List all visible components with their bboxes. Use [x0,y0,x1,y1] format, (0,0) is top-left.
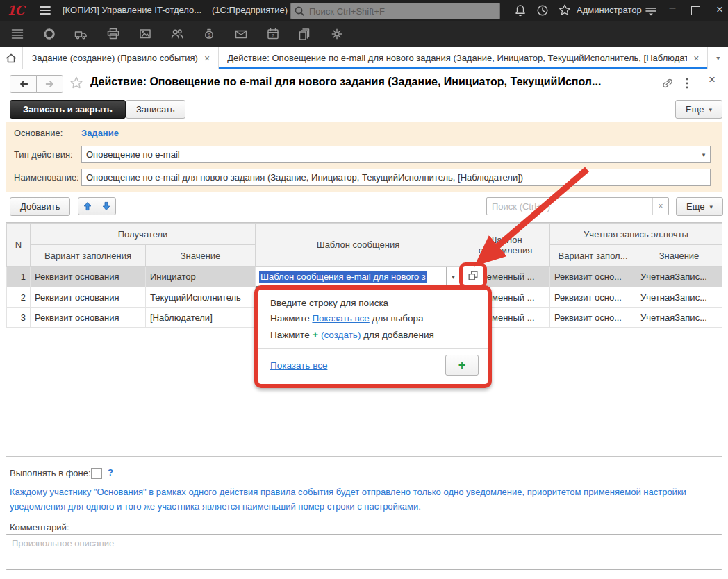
tab-label: Действие: Оповещение по e-mail для новог… [227,53,687,63]
tab-bar: Задание (создание) (Правило события) × Д… [0,47,728,69]
plus-icon: + [458,358,466,373]
tab-task-create[interactable]: Задание (создание) (Правило события) × [23,47,219,69]
global-search-field[interactable] [290,3,500,19]
run-in-background-checkbox[interactable] [91,468,102,479]
comment-textarea[interactable] [6,534,722,570]
col-recipients: Получатели [31,224,256,245]
add-row-button[interactable]: Добавить [10,197,70,216]
col-design-template: Шаблон оформления [461,224,550,267]
col-fill-variant: Вариант заполнения [31,245,146,267]
app-close-button[interactable]: × [711,3,728,17]
settings-gear-icon[interactable] [329,26,345,42]
maximize-button[interactable] [691,6,700,15]
calendar-icon[interactable]: 7 [265,26,281,42]
history-icon[interactable] [535,3,550,18]
service-menu-icon[interactable] [643,3,659,18]
app-subtitle: (1С:Предприятие) [212,5,288,15]
chevron-down-icon[interactable]: ▾ [697,146,710,162]
tab-close-icon[interactable]: × [693,53,699,64]
action-type-label: Тип действия: [14,149,73,160]
money-bag-icon[interactable]: $ [201,26,217,42]
col-message-template: Шаблон сообщения [256,224,461,267]
printer-icon[interactable] [106,26,121,42]
forward-button[interactable] [36,75,63,93]
tab-action-notification[interactable]: Действие: Оповещение по e-mail для новог… [219,47,708,69]
current-user[interactable]: Администратор [577,5,642,15]
help-link[interactable]: ? [108,467,113,478]
chevron-down-icon: ▾ [709,203,713,210]
popup-divider [258,348,488,349]
1c-logo: 1С [7,3,24,17]
get-link-icon[interactable] [660,75,675,92]
more-button-top[interactable]: Еще▾ [675,100,722,119]
form-close-button[interactable]: × [704,73,720,87]
open-button-highlight [459,262,487,288]
tab-list-dropdown[interactable]: ▾ [708,47,728,69]
mail-icon[interactable] [233,26,249,42]
run-in-background-label: Выполнять в фоне: [10,468,91,478]
save-and-close-button[interactable]: Записать и закрыть [10,100,126,119]
header-form-panel: Основание: Задание Тип действия: Оповеще… [6,122,722,192]
open-in-window-icon [467,269,479,282]
tab-label: Задание (создание) (Правило события) [31,53,197,63]
svg-text:7: 7 [272,33,274,38]
create-inline-link[interactable]: (создать) [321,330,361,340]
editor-dropdown-button[interactable]: ▾ [446,267,460,286]
open-template-button[interactable] [464,267,482,284]
notifications-bell-icon[interactable] [513,3,528,18]
col-acc-fill-variant: Вариант запол... [550,245,636,267]
titlebar: 1С [КОПИЯ] Управление IT-отдело... (1С:П… [0,0,728,21]
header-row-1: N Получатели Шаблон сообщения Шаблон офо… [7,224,722,245]
grid-search-field[interactable]: × [486,197,669,215]
app-window: 1С [КОПИЯ] Управление IT-отдело... (1С:П… [0,0,728,579]
col-acc-value: Значение [636,245,722,267]
main-menu-icon[interactable] [38,3,53,17]
arrow-down-icon [101,201,112,212]
base-label: Основание: [14,128,63,138]
notification-hint-text: Каждому участнику "Основания" в рамках о… [10,485,696,514]
more-button-grid[interactable]: Еще▾ [676,197,723,216]
choice-hint-popup: Введите строку для поиска Нажмите Показа… [254,285,492,388]
save-button[interactable]: Записать [126,100,185,119]
col-value: Значение [146,245,256,267]
more-actions-kebab-icon[interactable] [684,75,690,92]
base-link[interactable]: Задание [81,128,119,138]
action-type-combobox[interactable]: Оповещение по e-mail ▾ [81,146,711,163]
comment-label: Комментарий: [10,522,69,532]
col-email-account: Учетная запись эл.почты [550,224,722,245]
chevron-down-icon: ▾ [709,106,712,113]
create-new-button[interactable]: + [445,355,479,376]
add-favorite-star-icon[interactable] [68,75,85,92]
users-icon[interactable] [169,26,185,42]
back-arrow-icon [17,78,30,90]
table-row[interactable]: 1 Реквизит основания Инициатор Шаблон со… [7,267,722,287]
show-all-link[interactable]: Показать все [270,360,327,371]
col-n: N [7,224,31,267]
selected-text: Шаблон сообщения e-mail для нового з [259,271,427,283]
name-label: Наименование: [14,172,79,183]
tab-close-icon[interactable]: × [204,53,210,64]
name-input[interactable]: Оповещение по e-mail для нового задания … [81,169,711,186]
plus-icon: + [312,328,318,340]
favorites-star-icon[interactable] [557,3,572,18]
show-all-inline-link[interactable]: Показать все [312,313,369,324]
media-icon[interactable] [138,26,153,42]
forward-arrow-icon [44,78,56,90]
app-title: [КОПИЯ] Управление IT-отдело... [63,5,201,15]
move-row-buttons [78,197,116,215]
move-up-button[interactable] [78,197,97,215]
functions-menu-icon[interactable] [10,26,25,42]
home-icon [4,51,18,65]
grid-search-input[interactable] [487,201,652,212]
tab-home[interactable] [0,47,23,69]
global-search-input[interactable] [308,6,499,17]
page-title: Действие: Оповещение по e-mail для новог… [90,76,601,88]
dashboard-icon[interactable] [42,26,57,42]
documents-icon[interactable] [297,26,313,42]
back-button[interactable] [10,75,37,93]
clear-search-icon[interactable]: × [652,198,668,215]
delivery-truck-icon[interactable] [74,26,89,42]
minimize-button[interactable]: – [664,1,681,14]
template-cell-editor[interactable]: Шаблон сообщения e-mail для нового з ▾ [256,267,461,287]
move-down-button[interactable] [97,197,116,215]
